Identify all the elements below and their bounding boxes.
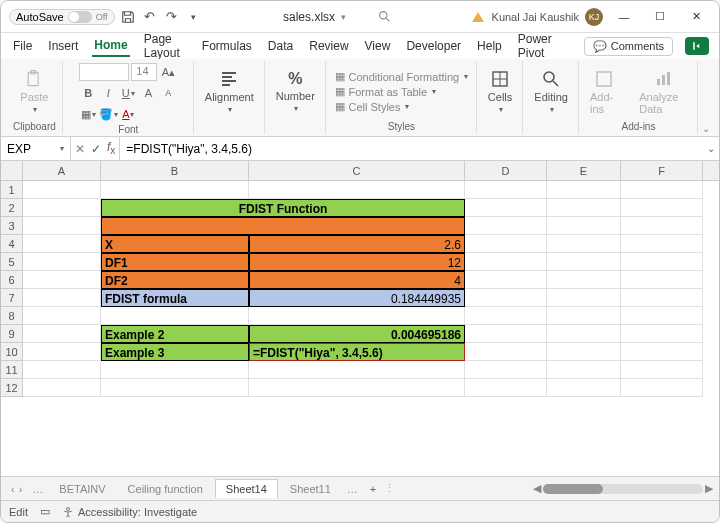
row-header-3[interactable]: 3 [1,217,22,235]
tab-view[interactable]: View [363,36,393,56]
font-shrink-icon[interactable]: A [159,84,177,102]
row-header-7[interactable]: 7 [1,289,22,307]
minimize-button[interactable]: — [609,6,639,28]
increase-font-icon[interactable]: A▴ [159,63,177,81]
row-header-5[interactable]: 5 [1,253,22,271]
underline-icon[interactable]: U▾ [119,84,137,102]
cell-title[interactable]: FDIST Function [101,199,465,217]
sheet-tab-sheet14[interactable]: Sheet14 [215,479,278,498]
tab-insert[interactable]: Insert [46,36,80,56]
undo-icon[interactable]: ↶ [141,8,159,26]
conditional-formatting-button[interactable]: ▦ Conditional Formatting▾ [335,70,469,83]
format-as-table-button[interactable]: ▦ Format as Table▾ [335,85,437,98]
search-icon[interactable] [378,10,391,23]
sheet-tab-ceiling[interactable]: Ceiling function [118,480,213,498]
cell-r3[interactable] [101,217,465,235]
scroll-right-icon[interactable]: ▶ [705,482,713,495]
sheet-tab-sheet11[interactable]: Sheet11 [280,480,341,498]
row-header-4[interactable]: 4 [1,235,22,253]
cells-button[interactable]: Cells ▾ [484,67,516,116]
font-size-box[interactable]: 14 [131,63,157,81]
cell-b7[interactable]: FDIST formula [101,289,249,307]
cell-c7[interactable]: 0.184449935 [249,289,465,307]
tab-review[interactable]: Review [307,36,350,56]
analyze-data-button[interactable]: Analyze Data [635,67,691,117]
sheet-nav-next-icon[interactable]: › [19,483,23,495]
stats-icon[interactable]: ▭ [40,505,50,518]
font-color-icon[interactable]: A▾ [119,105,137,123]
horizontal-scrollbar[interactable] [543,484,703,494]
font-grow-icon[interactable]: A [139,84,157,102]
border-icon[interactable]: ▦▾ [79,105,97,123]
col-header-b[interactable]: B [101,161,249,180]
cell-b9[interactable]: Example 2 [101,325,249,343]
tab-formulas[interactable]: Formulas [200,36,254,56]
tab-file[interactable]: File [11,36,34,56]
accept-formula-icon[interactable]: ✓ [91,142,101,156]
fx-icon[interactable]: fx [107,140,115,156]
autosave-toggle[interactable]: AutoSave Off [9,9,115,25]
paste-button[interactable]: Paste ▾ [16,67,52,116]
accessibility-status[interactable]: Accessibility: Investigate [62,506,197,518]
tab-developer[interactable]: Developer [404,36,463,56]
save-icon[interactable] [119,8,137,26]
tab-data[interactable]: Data [266,36,295,56]
sheet-overflow-icon[interactable]: … [343,483,362,495]
tab-help[interactable]: Help [475,36,504,56]
fill-color-icon[interactable]: 🪣▾ [99,105,117,123]
share-button[interactable] [685,37,709,55]
editing-button[interactable]: Editing ▾ [530,67,572,116]
user-avatar[interactable]: KJ [585,8,603,26]
col-header-d[interactable]: D [465,161,547,180]
addins-button[interactable]: Add-ins [586,67,621,117]
user-name[interactable]: Kunal Jai Kaushik [492,11,579,23]
maximize-button[interactable]: ☐ [645,6,675,28]
cell-b6[interactable]: DF2 [101,271,249,289]
scroll-left-icon[interactable]: ◀ [533,482,541,495]
cell-c10-editing[interactable]: =FDIST("Hiya", 3.4,5.6) [249,343,465,361]
cell-c9[interactable]: 0.004695186 [249,325,465,343]
row-header-1[interactable]: 1 [1,181,22,199]
bold-icon[interactable]: B [79,84,97,102]
cancel-formula-icon[interactable]: ✕ [75,142,85,156]
tab-home[interactable]: Home [92,35,129,57]
row-header-11[interactable]: 11 [1,361,22,379]
cell-b4[interactable]: X [101,235,249,253]
close-button[interactable]: ✕ [681,6,711,28]
col-header-a[interactable]: A [23,161,101,180]
cell-c6[interactable]: 4 [249,271,465,289]
qat-dropdown-icon[interactable]: ▾ [185,8,203,26]
cell-styles-button[interactable]: ▦ Cell Styles▾ [335,100,410,113]
name-box[interactable]: EXP▾ [1,137,71,160]
number-button[interactable]: % Number ▾ [272,68,319,115]
collapse-ribbon-icon[interactable]: ⌄ [699,61,713,134]
row-header-10[interactable]: 10 [1,343,22,361]
tab-page-layout[interactable]: Page Layout [142,29,188,63]
add-sheet-button[interactable]: + [364,483,382,495]
formula-input[interactable]: =FDIST("Hiya", 3.4,5.6) [120,142,703,156]
alignment-button[interactable]: Alignment ▾ [201,67,258,116]
col-header-c[interactable]: C [249,161,465,180]
sheet-nav-prev-icon[interactable]: ‹ [11,483,15,495]
cell-b10[interactable]: Example 3 [101,343,249,361]
row-header-9[interactable]: 9 [1,325,22,343]
title-dropdown-icon[interactable]: ▾ [341,12,346,22]
tab-power-pivot[interactable]: Power Pivot [516,29,560,63]
row-header-2[interactable]: 2 [1,199,22,217]
font-name-box[interactable] [79,63,129,81]
redo-icon[interactable]: ↷ [163,8,181,26]
sheet-tab-betainv[interactable]: BETAINV [49,480,115,498]
col-header-e[interactable]: E [547,161,621,180]
row-header-12[interactable]: 12 [1,379,22,397]
cell-b5[interactable]: DF1 [101,253,249,271]
cell-c4[interactable]: 2.6 [249,235,465,253]
spreadsheet-grid[interactable]: 1 2 3 4 5 6 7 8 9 10 11 12 A B C D E F F… [1,161,719,476]
row-header-6[interactable]: 6 [1,271,22,289]
row-header-8[interactable]: 8 [1,307,22,325]
italic-icon[interactable]: I [99,84,117,102]
sheet-more-icon[interactable]: … [28,483,47,495]
col-header-f[interactable]: F [621,161,703,180]
name-box-dropdown-icon[interactable]: ▾ [60,144,64,153]
select-all-corner[interactable] [1,161,23,181]
comments-button[interactable]: 💬 Comments [584,37,673,56]
